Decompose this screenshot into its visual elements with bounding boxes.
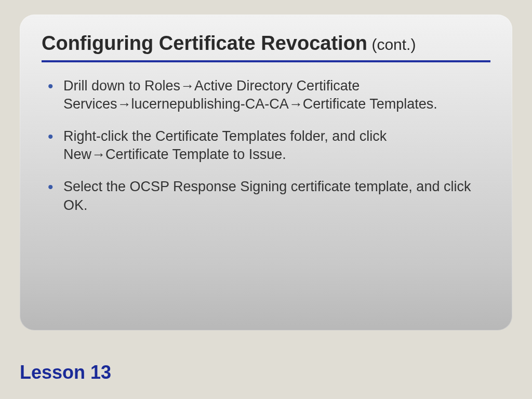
slide-title-suffix: (cont.)	[367, 36, 416, 53]
bullet-text: Select the OCSP Response Signing certifi…	[63, 179, 471, 213]
title-underline	[42, 60, 490, 62]
bullet-list: Drill down to Roles→Active Directory Cer…	[42, 77, 490, 215]
list-item: Right-click the Certificate Templates fo…	[47, 127, 490, 164]
slide-title-main: Configuring Certificate Revocation	[42, 32, 367, 54]
list-item: Drill down to Roles→Active Directory Cer…	[47, 77, 490, 114]
lesson-label: Lesson 13	[20, 362, 111, 383]
slide-title: Configuring Certificate Revocation (cont…	[42, 31, 490, 56]
slide-panel: Configuring Certificate Revocation (cont…	[20, 15, 512, 330]
bullet-text: Right-click the Certificate Templates fo…	[63, 128, 387, 163]
list-item: Select the OCSP Response Signing certifi…	[47, 178, 490, 215]
bullet-text: Drill down to Roles→Active Directory Cer…	[63, 78, 437, 112]
